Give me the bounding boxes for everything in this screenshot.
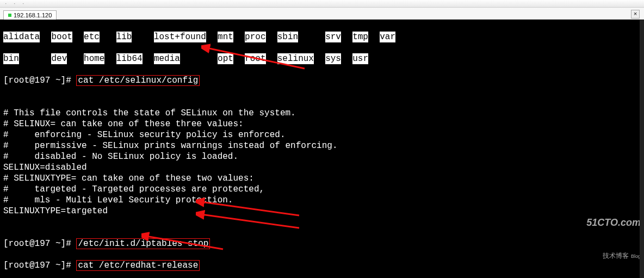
scrollbar[interactable] <box>640 20 644 278</box>
ls-output-row: bin dev home lib64 media opt root selinu… <box>3 53 641 64</box>
toolbar-icon: · <box>13 1 18 7</box>
command-highlight: cat /etc/redhat-release <box>76 260 200 271</box>
file-output: # This file controls the state of SELinu… <box>3 97 641 227</box>
command-highlight: cat /etc/selinux/config <box>76 75 200 86</box>
session-tab[interactable]: 192.168.1.120 <box>3 10 57 20</box>
close-button[interactable]: × <box>631 10 640 18</box>
status-dot-icon <box>8 14 11 17</box>
prompt-line: [root@197 ~]# cat /etc/redhat-release <box>3 260 641 271</box>
prompt-line: [root@197 ~]# /etc/init.d/iptables stop <box>3 238 641 249</box>
prompt-line: [root@197 ~]# cat /etc/selinux/config <box>3 75 641 86</box>
tab-label: 192.168.1.120 <box>14 12 52 18</box>
command-highlight: /etc/init.d/iptables stop <box>76 238 210 249</box>
ls-output-row: alidata boot etc lib lost+found mnt proc… <box>3 32 641 42</box>
tab-bar: 192.168.1.120 <box>0 8 644 20</box>
terminal[interactable]: alidata boot etc lib lost+found mnt proc… <box>0 20 644 278</box>
toolbar-icon: · <box>22 1 27 7</box>
toolbar-icon: · <box>4 1 10 7</box>
watermark: 51CTO.com 技术博客 Blog <box>586 195 641 273</box>
app-toolbar: · · · <box>0 0 644 8</box>
